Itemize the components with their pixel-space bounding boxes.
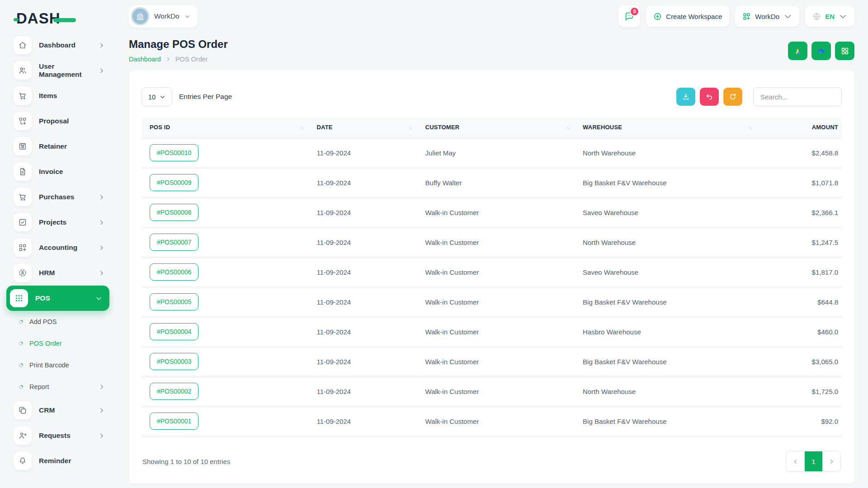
sidebar-item-label: Items [39,92,105,100]
amount-cell: $2,366.1 [761,197,842,227]
sidebar-item-proposal[interactable]: Proposal [0,108,116,134]
main-area: WorkDo 0 Create Workspace WorkDo [116,0,868,488]
sidebar-item-accounting[interactable]: Accounting [0,235,116,260]
warehouse-cell: Saveo Warehouse [579,197,761,227]
amount-cell: $1,247.5 [761,227,842,257]
sidebar-item-hrm[interactable]: HRM [0,260,116,286]
date-cell: 11-09-2024 [313,257,422,287]
sidebar-item-label: Accounting [39,244,91,252]
table-footer: Showing 1 to 10 of 10 entries 1 [142,441,842,475]
chevron-right-icon [98,407,105,414]
chevron-down-icon [160,94,165,100]
sidebar-item-retainer[interactable]: Retainer [0,134,116,159]
column-header-amount[interactable]: AMOUNT [761,118,842,138]
column-label: AMOUNT [812,124,838,131]
pos-id-badge[interactable]: #POS00002 [150,383,198,400]
chevron-right-icon [98,244,105,251]
sidebar-subitem-label: Print Barcode [29,361,105,369]
workspace-selector[interactable]: WorkDo [129,5,198,28]
warehouse-cell: North Warehouse [579,227,761,257]
entries-summary: Showing 1 to 10 of 10 entries [142,458,230,465]
breadcrumb-current: POS Order [175,56,208,63]
sidebar-subitem-add-pos[interactable]: Add POS [0,311,116,333]
table-row: #POS0001011-09-2024Juliet MayNorth Wareh… [142,138,842,168]
customer-cell: Walk-in Customer [422,197,580,227]
chevron-right-icon [98,270,105,277]
chevron-right-icon [98,219,105,226]
pos-id-badge[interactable]: #POS00007 [150,234,198,251]
workspace-menu-label: WorkDo [755,13,779,20]
table-row: #POS0000811-09-2024Walk-in CustomerSaveo… [142,197,842,227]
date-cell: 11-09-2024 [313,376,422,406]
sidebar-item-purchases[interactable]: Purchases [0,184,116,210]
sidebar-item-projects[interactable]: Projects [0,210,116,235]
sidebar-subitem-report[interactable]: Report [0,376,116,398]
amount-cell: $1,725.0 [761,376,842,406]
table-row: #POS0000111-09-2024Walk-in CustomerBig B… [142,406,842,436]
sidebar-item-label: HRM [39,269,91,277]
refresh-icon [729,93,737,101]
sidebar-item-requests[interactable]: Requests [0,423,116,448]
cart-icon [14,87,32,105]
pos-id-badge[interactable]: #POS00008 [150,204,198,221]
column-header-warehouse[interactable]: WAREHOUSE↑↓ [579,118,761,138]
search-input[interactable] [753,87,842,106]
pos-id-badge[interactable]: #POS00001 [150,413,198,430]
pos-id-badge[interactable]: #POS00009 [150,174,198,191]
refresh-button[interactable] [723,88,742,106]
table-row: #POS0000211-09-2024Walk-in CustomerNorth… [142,376,842,406]
sidebar-item-reminder[interactable]: Reminder [0,448,116,474]
sidebar-item-dashboard[interactable]: Dashboard [0,33,116,58]
pagination-prev-button[interactable] [786,451,804,471]
sidebar-item-crm[interactable]: CRM [0,398,116,423]
pos-id-badge[interactable]: #POS00004 [150,323,198,340]
create-workspace-button[interactable]: Create Workspace [646,6,729,27]
pagination-next-button[interactable] [822,451,840,471]
sidebar-item-pos[interactable]: POS [6,286,109,311]
page-title: Manage POS Order [129,38,228,51]
brand-logo[interactable]: DASH [0,5,116,33]
pos-id-badge[interactable]: #POS00010 [150,144,198,161]
pos-order-card: 10 Entries Per Page [129,70,854,483]
undo-button[interactable] [700,88,719,106]
sidebar-subitem-pos-order[interactable]: POS Order [0,333,116,354]
topbar: WorkDo 0 Create Workspace WorkDo [116,0,868,33]
export-button[interactable] [676,88,695,106]
sidebar-item-user-management[interactable]: User Management [0,58,116,83]
onedrive-icon [816,46,826,56]
bullet-icon [18,341,24,347]
pagination: 1 [786,451,841,472]
sidebar-item-items[interactable]: Items [0,83,116,108]
pos-id-badge[interactable]: #POS00006 [150,263,198,281]
chevron-right-icon [98,194,105,201]
pos-order-table: POS ID↑↓DATE↑↓CUSTOMER↑↓WAREHOUSE↑↓AMOUN… [142,118,842,437]
column-header-date[interactable]: DATE↑↓ [313,118,422,138]
sidebar-subitem-print-barcode[interactable]: Print Barcode [0,354,116,376]
pos-id-badge[interactable]: #POS00003 [150,353,198,370]
sidebar-item-invoice[interactable]: Invoice [0,159,116,184]
grid-plus-icon [742,12,751,21]
workspace-menu-button[interactable]: WorkDo [735,6,799,27]
pagination-page-1-button[interactable]: 1 [804,451,822,471]
date-cell: 11-09-2024 [313,227,422,257]
sidebar-item-label: User Management [39,62,91,79]
entries-per-page-select[interactable]: 10 [142,87,172,106]
language-button[interactable]: EN [805,6,854,27]
building-icon [135,11,145,21]
grid-view-button[interactable] [835,42,854,60]
customer-cell: Walk-in Customer [422,406,580,436]
column-header-customer[interactable]: CUSTOMER↑↓ [422,118,580,138]
quick-actions [788,38,854,60]
bullet-icon [18,384,24,390]
messages-button[interactable]: 0 [618,5,640,27]
google-drive-button[interactable] [788,42,807,60]
sidebar-item-label: Requests [39,432,91,440]
breadcrumb-dashboard-link[interactable]: Dashboard [129,56,161,63]
pos-id-badge[interactable]: #POS00005 [150,293,198,310]
warehouse-cell: Big Basket F&V Warehouse [579,287,761,317]
chevron-right-icon [99,384,105,390]
chevron-left-icon [793,459,798,465]
table-body: #POS0001011-09-2024Juliet MayNorth Wareh… [142,138,842,436]
column-header-pos-id[interactable]: POS ID↑↓ [142,118,313,138]
onedrive-button[interactable] [811,42,831,60]
